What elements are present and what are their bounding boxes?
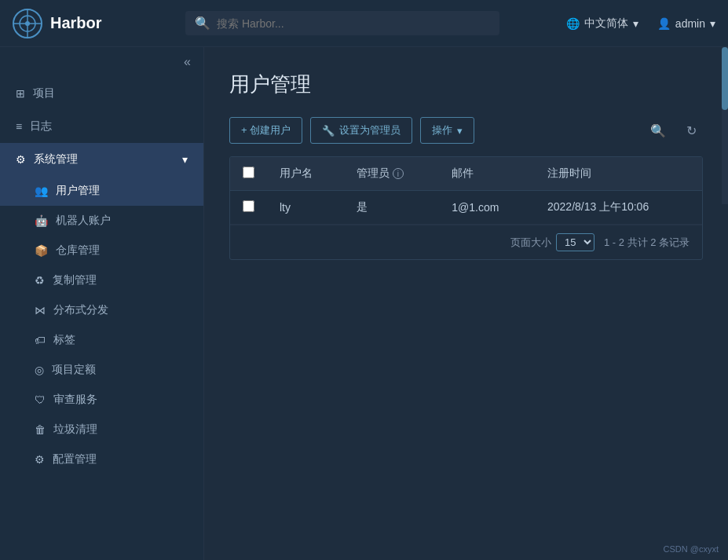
- sidebar-item-label: 日志: [30, 119, 52, 134]
- collapse-icon: «: [184, 55, 191, 69]
- sidebar-sub-item-label: 标签: [53, 333, 75, 347]
- cell-email: 1@1.com: [439, 191, 535, 225]
- search-button[interactable]: 🔍: [644, 120, 672, 141]
- footer-note: CSDN @cxyxt: [664, 544, 719, 554]
- col-username-label: 用户名: [280, 167, 313, 179]
- lang-label: 中文简体: [584, 16, 628, 31]
- sidebar-item-user-management[interactable]: 👥 用户管理: [0, 176, 203, 206]
- language-selector[interactable]: 🌐 中文简体 ▾: [566, 16, 638, 31]
- sidebar-item-system-management[interactable]: ⚙ 系统管理 ▾: [0, 143, 203, 176]
- refresh-icon: ↻: [686, 124, 697, 137]
- chevron-down-icon: ▾: [182, 153, 188, 166]
- page-size-select: 页面大小 15 25 50: [510, 233, 594, 251]
- create-user-button[interactable]: + 创建用户: [229, 117, 302, 144]
- table-header: 用户名 管理员 i 邮件 注册时间: [230, 157, 702, 191]
- header: Harbor 🔍 🌐 中文简体 ▾ 👤 admin ▾: [0, 0, 728, 47]
- set-admin-button[interactable]: 🔧 设置为管理员: [310, 117, 412, 144]
- page-size-label: 页面大小: [510, 236, 551, 250]
- actions-label: 操作: [432, 123, 452, 137]
- harbor-logo-icon: [13, 9, 42, 38]
- config-icon: ⚙: [35, 453, 45, 466]
- warehouse-icon: 📦: [35, 244, 48, 257]
- table-row: lty 是 1@1.com 2022/8/13 上午10:06: [230, 191, 702, 225]
- sidebar-item-logs[interactable]: ≡ 日志: [0, 110, 203, 143]
- search-box[interactable]: 🔍: [185, 11, 499, 35]
- settings-icon: ⚙: [16, 153, 26, 166]
- sidebar-item-trash-cleanup[interactable]: 🗑 垃圾清理: [0, 415, 203, 445]
- sidebar-item-warehouse-management[interactable]: 📦 仓库管理: [0, 236, 203, 265]
- toolbar-right: 🔍 ↻: [644, 120, 703, 141]
- users-icon: 👥: [35, 185, 48, 197]
- chevron-down-icon: ▾: [710, 17, 715, 30]
- globe-icon: 🌐: [566, 17, 580, 30]
- cell-admin: 是: [344, 191, 440, 225]
- grid-icon: ⊞: [16, 87, 25, 100]
- select-all-cell: [230, 157, 267, 191]
- col-registered-time-label: 注册时间: [547, 167, 591, 179]
- sidebar-collapse-button[interactable]: «: [0, 47, 203, 77]
- set-admin-label: 设置为管理员: [339, 123, 401, 137]
- col-admin-label: 管理员: [357, 167, 390, 181]
- sidebar-sub-item-label: 项目定额: [52, 363, 96, 377]
- sidebar-item-config-management[interactable]: ⚙ 配置管理: [0, 445, 203, 474]
- sidebar-item-audit-service[interactable]: 🛡 审查服务: [0, 385, 203, 415]
- layout: « ⊞ 项目 ≡ 日志 ⚙ 系统管理 ▾ 👥 用户管理: [0, 47, 728, 560]
- app-title: Harbor: [50, 14, 102, 32]
- copy-icon: ♻: [35, 274, 45, 287]
- sidebar-item-tags[interactable]: 🏷 标签: [0, 325, 203, 355]
- sidebar-item-robot-accounts[interactable]: 🤖 机器人账户: [0, 206, 203, 236]
- search-icon: 🔍: [650, 124, 666, 137]
- robot-icon: 🤖: [35, 214, 48, 227]
- sidebar-sub-item-label: 机器人账户: [56, 214, 111, 228]
- sidebar: « ⊞ 项目 ≡ 日志 ⚙ 系统管理 ▾ 👥 用户管理: [0, 47, 204, 560]
- row-select-cell: [230, 191, 267, 225]
- trash-icon: 🗑: [35, 423, 46, 436]
- user-table: 用户名 管理员 i 邮件 注册时间: [230, 157, 702, 225]
- sidebar-item-projects[interactable]: ⊞ 项目: [0, 77, 203, 110]
- sidebar-item-label: 项目: [33, 86, 55, 101]
- page-title: 用户管理: [229, 71, 703, 98]
- scroll-indicator: [722, 47, 728, 204]
- shield-icon: 🛡: [35, 393, 46, 406]
- toolbar: + 创建用户 🔧 设置为管理员 操作 ▾ 🔍 ↻: [229, 117, 703, 144]
- table-body: lty 是 1@1.com 2022/8/13 上午10:06: [230, 191, 702, 225]
- sidebar-item-replication-management[interactable]: ♻ 复制管理: [0, 265, 203, 295]
- cell-username: lty: [267, 191, 344, 225]
- refresh-button[interactable]: ↻: [680, 120, 703, 141]
- select-all-checkbox[interactable]: [243, 167, 254, 178]
- search-input[interactable]: [217, 17, 490, 30]
- sidebar-sub-item-label: 垃圾清理: [53, 423, 97, 437]
- user-label: admin: [675, 17, 705, 30]
- search-icon: 🔍: [195, 16, 210, 31]
- main-content: 用户管理 + 创建用户 🔧 设置为管理员 操作 ▾ 🔍 ↻: [204, 47, 728, 560]
- page-size-dropdown[interactable]: 15 25 50: [556, 233, 594, 251]
- chevron-down-icon: ▾: [457, 125, 463, 137]
- cell-registered-time: 2022/8/13 上午10:06: [535, 191, 702, 225]
- sidebar-sub-item-label: 审查服务: [53, 393, 97, 407]
- sidebar-item-label: 系统管理: [34, 152, 78, 167]
- sidebar-item-distribution[interactable]: ⋈ 分布式分发: [0, 295, 203, 325]
- sidebar-item-project-quota[interactable]: ◎ 项目定额: [0, 355, 203, 385]
- actions-button[interactable]: 操作 ▾: [420, 117, 474, 144]
- sidebar-sub-item-label: 配置管理: [53, 452, 97, 467]
- quota-icon: ◎: [35, 364, 44, 376]
- pagination: 页面大小 15 25 50 1 - 2 共计 2 条记录: [230, 225, 702, 259]
- col-username: 用户名: [267, 157, 344, 191]
- row-checkbox[interactable]: [243, 200, 254, 212]
- user-icon: 👤: [657, 17, 671, 30]
- list-icon: ≡: [16, 120, 22, 133]
- pagination-summary: 1 - 2 共计 2 条记录: [604, 236, 690, 250]
- scroll-thumb: [722, 47, 728, 110]
- chevron-down-icon: ▾: [633, 17, 638, 30]
- user-menu[interactable]: 👤 admin ▾: [657, 17, 715, 30]
- sidebar-sub-item-label: 仓库管理: [56, 243, 100, 258]
- col-email-label: 邮件: [452, 167, 474, 179]
- sidebar-sub-item-label: 分布式分发: [53, 303, 108, 317]
- share-icon: ⋈: [35, 304, 46, 317]
- col-registered-time: 注册时间: [535, 157, 702, 191]
- wrench-icon: 🔧: [322, 125, 335, 137]
- sidebar-sub-item-label: 复制管理: [53, 273, 97, 287]
- svg-point-4: [25, 21, 30, 26]
- tag-icon: 🏷: [35, 334, 46, 346]
- create-user-label: + 创建用户: [241, 123, 291, 137]
